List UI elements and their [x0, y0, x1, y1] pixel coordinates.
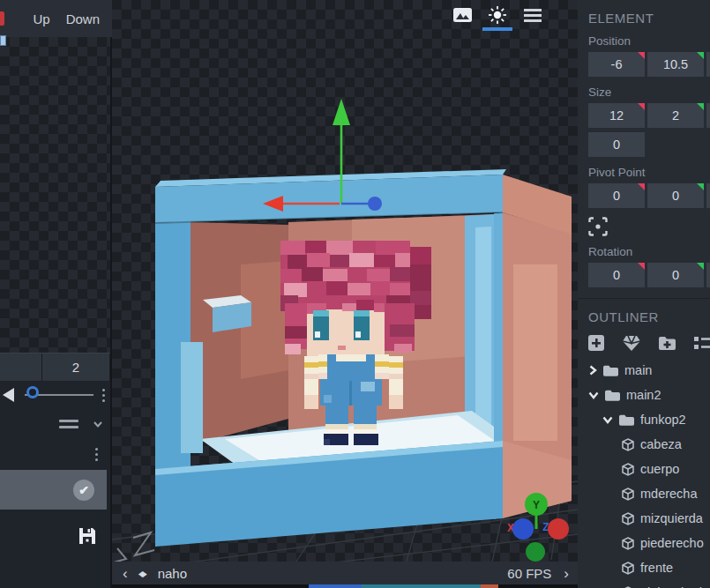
cube-icon: [622, 562, 634, 575]
position-x-value: -6: [611, 57, 623, 71]
background-image-button[interactable]: [451, 4, 474, 26]
outliner-tree: main main2 funkop2 cabeza cuerpo: [588, 358, 710, 588]
chevron-down-icon[interactable]: [93, 419, 103, 429]
outliner-item-label: frente: [640, 561, 673, 575]
image-icon: [453, 8, 472, 22]
chevron-down-icon[interactable]: [588, 391, 599, 399]
outliner-item-main[interactable]: main: [588, 358, 710, 383]
outliner-item-mizquierda[interactable]: mizquierda: [588, 506, 710, 531]
outliner-item-frente[interactable]: frente: [588, 555, 710, 580]
strip-orange: [481, 584, 498, 588]
axis-y-label: Y: [533, 499, 540, 511]
rotation-label: Rotation: [588, 245, 710, 258]
axis-ball-y-neg[interactable]: [526, 542, 545, 562]
lighting-toggle-button[interactable]: [486, 4, 509, 26]
panel-divider: [578, 298, 710, 299]
check-circle-icon[interactable]: ✔: [73, 480, 94, 501]
size-y-field[interactable]: 2: [647, 103, 704, 128]
focus-icon: [588, 217, 608, 236]
edge-texture-thumb: [0, 35, 6, 46]
viewport-status-bar: ‹ ◆ naho 60 FPS ›: [112, 562, 578, 584]
next-model-button[interactable]: ›: [564, 566, 569, 581]
pivot-z-field[interactable]: [706, 183, 710, 208]
outliner-item-label: funkop2: [640, 413, 686, 427]
hamburger-icon: [524, 9, 542, 22]
outliner-item-cabeza[interactable]: cabeza: [588, 432, 710, 457]
outliner-item-pieizquierdo[interactable]: pieizquierdo: [588, 580, 710, 588]
viewport-toolbar: [451, 4, 544, 26]
element-panel-title: ELEMENT: [588, 11, 710, 26]
size-row-2: 0: [588, 132, 710, 157]
save-button[interactable]: [77, 525, 98, 549]
box-right-pillar-light: [513, 264, 557, 441]
folder-icon: [605, 390, 620, 401]
outliner-toolbar: [588, 335, 710, 351]
left-field-cut[interactable]: [0, 354, 42, 381]
position-x-field[interactable]: -6: [588, 52, 645, 77]
opacity-slider[interactable]: [25, 394, 93, 396]
outliner-item-mderecha[interactable]: mderecha: [588, 481, 710, 506]
size-x-field[interactable]: 12: [588, 103, 645, 128]
model-name[interactable]: naho: [158, 566, 187, 581]
outliner-item-funkop2[interactable]: funkop2: [588, 407, 710, 432]
left-panel: Up Down 2 ✔: [0, 0, 112, 588]
pivot-row: 0 0: [588, 183, 710, 208]
add-cube-button[interactable]: [588, 335, 604, 351]
rotation-x-value: 0: [613, 268, 620, 282]
outliner-panel-title: OUTLINER: [588, 309, 710, 324]
viewport-3d[interactable]: X Z Y: [112, 0, 578, 588]
position-y-value: 10.5: [663, 57, 688, 71]
z-axis-sketch: [114, 532, 154, 562]
cube-icon: [622, 488, 634, 501]
slider-menu-dots-icon[interactable]: [102, 389, 105, 402]
outliner-item-main2[interactable]: main2: [588, 383, 710, 407]
add-cube-icon: [588, 335, 604, 351]
axis-ball-red[interactable]: [548, 518, 569, 540]
strip-teal: [362, 584, 481, 588]
slider-knob[interactable]: [26, 386, 39, 398]
outliner-item-label: piederecho: [640, 536, 704, 550]
left-top-bar: Up Down: [0, 0, 112, 37]
outliner-item-cuerpo[interactable]: cuerpo: [588, 457, 710, 481]
gizmo-z-handle[interactable]: [368, 197, 382, 211]
up-button[interactable]: Up: [33, 11, 49, 26]
rotation-z-field[interactable]: [706, 263, 710, 287]
texture-preview-area[interactable]: [0, 37, 110, 353]
pivot-y-field[interactable]: 0: [647, 183, 704, 208]
rotation-y-field[interactable]: 0: [647, 263, 704, 287]
pivot-label: Pivot Point: [588, 166, 710, 179]
add-group-button[interactable]: [659, 336, 676, 350]
timeline-strip: [112, 584, 578, 588]
toggle-list-button[interactable]: [694, 336, 710, 350]
chevron-right-icon[interactable]: [588, 365, 597, 376]
down-button[interactable]: Down: [66, 11, 100, 26]
size-row: 12 2: [588, 103, 710, 128]
size-z-field[interactable]: 0: [588, 132, 645, 157]
position-z-field[interactable]: [706, 52, 710, 77]
prev-model-button[interactable]: ‹: [123, 566, 128, 581]
equals-icon[interactable]: [59, 416, 78, 432]
selected-layer-row[interactable]: ✔: [0, 470, 107, 510]
add-mesh-button[interactable]: [623, 336, 640, 351]
outliner-item-piederecho[interactable]: piederecho: [588, 531, 710, 555]
axis-ball-blue[interactable]: [512, 518, 534, 540]
pivot-x-field[interactable]: 0: [588, 183, 645, 208]
folder-plus-icon: [659, 336, 676, 350]
box-left-pillar-light: [181, 342, 203, 453]
gizmo-y-arrow[interactable]: [333, 99, 350, 125]
pivot-y-value: 0: [672, 189, 679, 203]
layer-menu-dots-icon[interactable]: [95, 448, 103, 461]
chevron-down-icon[interactable]: [602, 415, 613, 424]
voxel-editor-app: Up Down 2 ✔: [0, 0, 710, 588]
viewport-menu-button[interactable]: [521, 4, 544, 26]
box-right-inner-light: [475, 227, 491, 440]
left-field-value[interactable]: 2: [42, 354, 110, 381]
sun-icon: [488, 5, 507, 25]
play-left-icon[interactable]: [3, 388, 14, 402]
center-pivot-button[interactable]: [588, 217, 608, 236]
rotation-x-field[interactable]: 0: [588, 263, 645, 287]
floppy-icon: [77, 525, 98, 547]
position-y-field[interactable]: 10.5: [647, 52, 704, 77]
size-z-field-sliver[interactable]: [706, 103, 710, 128]
right-panel: ELEMENT Position -6 10.5 Size 12 2 0 Piv…: [578, 0, 710, 588]
